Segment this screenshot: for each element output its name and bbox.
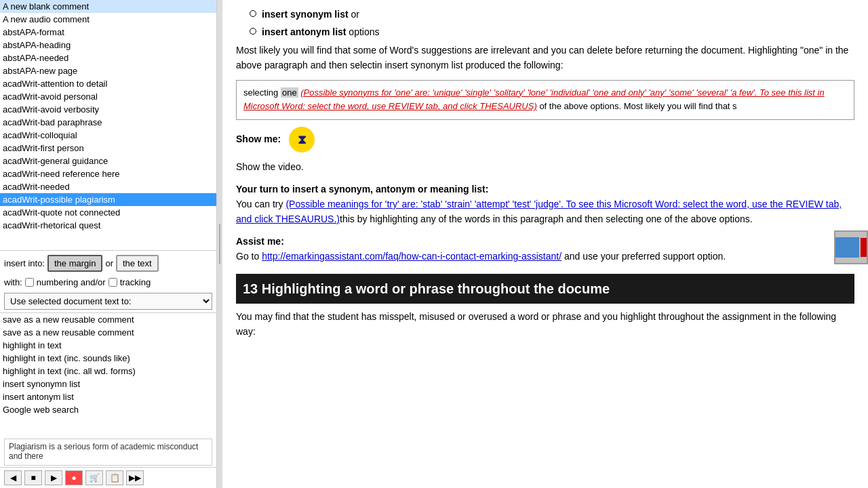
- bottom-toolbar: ◀ ■ ▶ ● 🛒 📋 ▶▶: [0, 467, 216, 488]
- description-box: Plagiarism is a serious form of academic…: [4, 439, 212, 466]
- toolbar-back-btn[interactable]: ◀: [4, 470, 22, 485]
- your-turn-heading: Your turn to insert a synonym, antonym o…: [236, 182, 854, 197]
- try-link[interactable]: (Possible meanings for 'try' are: 'stab'…: [236, 199, 842, 224]
- para-2: You may find that the student has misspe…: [236, 309, 854, 340]
- comment-list-item[interactable]: acadWrit-needed: [0, 180, 216, 193]
- panel-divider: [217, 0, 222, 488]
- tracking-checkbox[interactable]: [108, 278, 117, 287]
- description-text: Plagiarism is a serious form of academic…: [9, 442, 198, 461]
- use-select[interactable]: Use selected document text to:: [4, 293, 212, 310]
- toolbar-rec-btn[interactable]: ●: [65, 470, 83, 485]
- your-turn-text: You can try (Possible meanings for 'try'…: [236, 197, 854, 227]
- comment-list-item[interactable]: acadWrit-avoid verbosity: [0, 103, 216, 116]
- highlight-prefix: selecting: [243, 87, 281, 98]
- comment-list-item[interactable]: acadWrit-quote not connected: [0, 206, 216, 219]
- list-item: insert antonym list options: [250, 24, 854, 39]
- mini-thumb-inner: [835, 237, 859, 258]
- list-item: insert synonym list or: [250, 7, 854, 22]
- mini-thumb-red: [861, 238, 867, 257]
- comment-list-item[interactable]: acadWrit-need reference here: [0, 167, 216, 180]
- or-text: or: [105, 258, 113, 268]
- action-list-item[interactable]: highlight in text: [0, 339, 216, 352]
- comment-list-item[interactable]: abstAPA-needed: [0, 52, 216, 64]
- comment-list-item[interactable]: acadWrit-attention to detail: [0, 77, 216, 90]
- comment-list-item[interactable]: A new audio comment: [0, 13, 216, 26]
- assist-section: Assist me: Go to http://emarkingassistan…: [236, 234, 854, 264]
- action-list-item[interactable]: highlight in text (inc. all wd. forms): [0, 365, 216, 378]
- action-list-item[interactable]: Google web search: [0, 403, 216, 416]
- bullet-list: insert synonym list or insert antonym li…: [250, 7, 854, 40]
- toolbar-doc-btn[interactable]: 📋: [106, 470, 123, 485]
- assist-text: Go to http://emarkingassistant.com/faq/h…: [236, 249, 854, 264]
- action-list-item[interactable]: insert antonym list: [0, 390, 216, 403]
- comment-list-item[interactable]: abstAPA-new page: [0, 64, 216, 77]
- tracking-label: tracking: [120, 277, 151, 287]
- bullet-icon: [250, 28, 256, 35]
- show-me-section: Show me: ⧗: [236, 127, 854, 152]
- left-panel: A new blank commentA new audio commentab…: [0, 0, 217, 488]
- show-me-label: Show me:: [236, 134, 281, 144]
- mini-thumbnail: [834, 230, 868, 264]
- action-list[interactable]: save as a new reusable commentsave as a …: [0, 313, 216, 435]
- comment-list-item[interactable]: acadWrit-avoid personal: [0, 90, 216, 103]
- list-item-text: insert antonym list options: [262, 24, 380, 39]
- toolbar-play-btn[interactable]: ▶: [45, 470, 62, 485]
- with-label: with:: [4, 277, 22, 287]
- comment-list-item[interactable]: abstAPA-format: [0, 26, 216, 39]
- numbering-checkbox[interactable]: [25, 278, 34, 287]
- highlight-suffix: of the above options. Most likely you wi…: [539, 101, 736, 111]
- insert-label: insert into:: [4, 258, 45, 268]
- para-1: Most likely you will find that some of W…: [236, 43, 854, 73]
- hourglass-symbol: ⧗: [298, 130, 307, 150]
- toolbar-cart-btn[interactable]: 🛒: [85, 470, 103, 485]
- right-panel[interactable]: insert synonym list or insert antonym li…: [222, 0, 868, 488]
- action-list-item[interactable]: save as a new reusable comment: [0, 326, 216, 339]
- with-row: with: numbering and/or tracking: [0, 276, 216, 291]
- right-content: insert synonym list or insert antonym li…: [236, 7, 854, 339]
- list-item-text: insert synonym list or: [262, 7, 359, 22]
- action-list-item[interactable]: save as a new reusable comment: [0, 313, 216, 326]
- bullet-icon: [250, 10, 256, 17]
- comment-list-container: A new blank commentA new audio commentab…: [0, 0, 216, 251]
- text-button[interactable]: the text: [116, 255, 159, 272]
- show-video-text: Show the video.: [236, 159, 854, 174]
- comment-list-item[interactable]: acadWrit-first person: [0, 142, 216, 155]
- comment-list-item[interactable]: acadWrit-bad paraphrase: [0, 116, 216, 129]
- action-list-item[interactable]: highlight in text (inc. sounds like): [0, 352, 216, 365]
- comment-list-item[interactable]: acadWrit-rhetorical quest: [0, 219, 216, 232]
- numbering-label: numbering and/or: [37, 277, 106, 287]
- comment-list-item[interactable]: acadWrit-possible plagiarism: [0, 193, 216, 206]
- comment-list-item[interactable]: acadWrit-colloquial: [0, 129, 216, 142]
- comment-list-item[interactable]: A new blank comment: [0, 0, 216, 13]
- red-underline-text: (Possible synonyms for 'one' are: 'uniqu…: [243, 87, 825, 112]
- comment-list-item[interactable]: abstAPA-heading: [0, 39, 216, 52]
- toolbar-stop-btn[interactable]: ■: [24, 470, 42, 485]
- hourglass-icon: ⧗: [289, 127, 315, 152]
- your-turn-section: Your turn to insert a synonym, antonym o…: [236, 182, 854, 227]
- assist-label: Assist me:: [236, 236, 284, 247]
- comment-list-item[interactable]: acadWrit-general guidance: [0, 155, 216, 167]
- use-select-container: Use selected document text to:: [0, 291, 216, 312]
- margin-button[interactable]: the margin: [47, 255, 102, 272]
- comment-list[interactable]: A new blank commentA new audio commentab…: [0, 0, 216, 250]
- highlight-box: selecting one (Possible synonyms for 'on…: [236, 80, 854, 121]
- action-list-container: save as a new reusable commentsave as a …: [0, 312, 216, 437]
- toolbar-fwd-btn[interactable]: ▶▶: [126, 470, 144, 485]
- insert-row: insert into: the margin or the text: [0, 251, 216, 276]
- action-list-item[interactable]: insert synonymn list: [0, 378, 216, 390]
- gray-word: one: [281, 87, 298, 98]
- assist-link[interactable]: http://emarkingassistant.com/faq/how-can…: [262, 251, 561, 262]
- section-heading: 13 Highlighting a word or phrase through…: [236, 274, 854, 304]
